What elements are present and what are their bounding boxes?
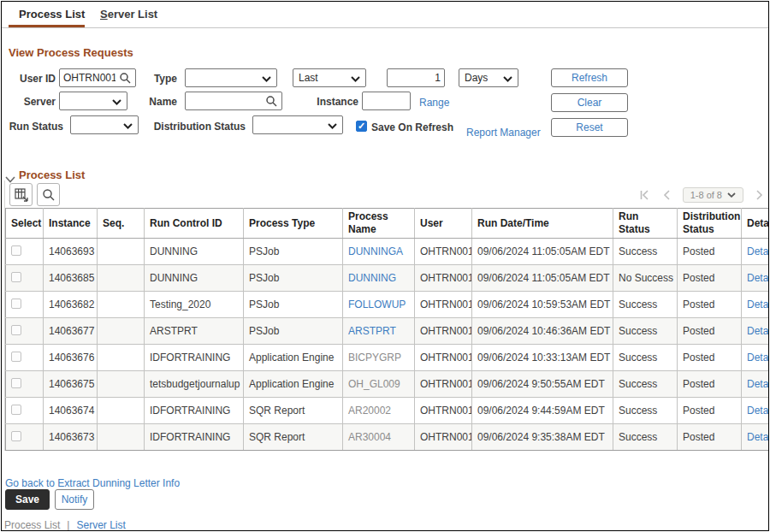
- table-row: 14063675 tetsbudgetjournalup Application…: [6, 371, 770, 398]
- clear-button[interactable]: Clear: [551, 93, 628, 112]
- details-link[interactable]: Details: [747, 299, 769, 310]
- grid-container: 1-8 of 8 Select Instance Seq. Run Contro…: [4, 180, 769, 451]
- cell-process-type: PSJob: [244, 292, 343, 318]
- cell-run-control-id: IDFORTRAINING: [145, 398, 244, 424]
- details-link[interactable]: Details: [747, 378, 769, 390]
- tab-process-list[interactable]: Process List: [19, 8, 85, 21]
- last-select[interactable]: Last: [293, 68, 366, 87]
- cell-distribution-status: Posted: [678, 318, 742, 345]
- cell-distribution-status: Posted: [678, 371, 742, 398]
- type-select[interactable]: [185, 68, 277, 87]
- cell-run-status: Success: [613, 345, 678, 371]
- col-header-run-status: Run Status: [613, 209, 678, 239]
- grid-action-menu-icon: [15, 188, 28, 202]
- first-page-icon[interactable]: [640, 190, 651, 200]
- save-button[interactable]: Save: [5, 489, 50, 510]
- table-row: 14063685 DUNNING PSJob DUNNING OHTRN001 …: [6, 265, 770, 292]
- process-name-link[interactable]: ARSTPRT: [348, 325, 396, 337]
- row-select-checkbox[interactable]: [11, 378, 21, 388]
- distribution-status-select[interactable]: [252, 115, 343, 134]
- details-link[interactable]: Details: [747, 325, 769, 337]
- cell-distribution-status: Posted: [678, 265, 742, 292]
- col-header-process-name: Process Name: [343, 209, 415, 239]
- report-manager-link[interactable]: Report Manager: [466, 127, 541, 139]
- row-select-checkbox[interactable]: [11, 245, 21, 256]
- row-select-checkbox[interactable]: [11, 272, 21, 282]
- cell-user: OHTRN001: [415, 265, 472, 292]
- grid-section-title[interactable]: Process List: [19, 168, 85, 181]
- process-name-link[interactable]: DUNNING: [348, 272, 396, 284]
- chevron-down-icon: [328, 117, 337, 133]
- cell-instance: 14063685: [44, 265, 98, 292]
- row-select-checkbox[interactable]: [11, 352, 21, 362]
- cell-run-control-id: Testing_2020: [145, 292, 244, 318]
- cell-run-control-id: DUNNING: [145, 239, 244, 265]
- cell-seq: [98, 265, 145, 292]
- go-back-link[interactable]: Go back to Extract Dunning Letter Info: [5, 477, 180, 489]
- range-link[interactable]: Range: [419, 97, 449, 109]
- process-name-link[interactable]: DUNNINGA: [348, 245, 403, 257]
- cell-run-datetime: 09/06/2024 10:46:36AM EDT: [472, 318, 613, 345]
- details-link[interactable]: Details: [747, 431, 769, 443]
- footer-server-list-link[interactable]: Server List: [76, 519, 125, 531]
- save-on-refresh-checkbox[interactable]: [356, 121, 367, 132]
- cell-user: OHTRN001: [415, 371, 472, 398]
- prev-page-icon[interactable]: [663, 190, 671, 200]
- tab-server-list[interactable]: Server List: [100, 8, 157, 21]
- process-name-text: BICPYGRP: [348, 352, 401, 364]
- tab-server-list-accesskey: S: [100, 8, 108, 21]
- last-count-input[interactable]: [388, 69, 444, 86]
- page-range-select[interactable]: 1-8 of 8: [683, 187, 743, 203]
- cell-run-control-id: tetsbudgetjournalup: [145, 371, 244, 398]
- user-id-input[interactable]: [60, 69, 119, 86]
- col-header-seq: Seq.: [98, 209, 145, 239]
- cell-instance: 14063693: [44, 239, 98, 265]
- notify-button[interactable]: Notify: [55, 489, 94, 510]
- grid-action-menu-button[interactable]: [9, 183, 33, 206]
- cell-seq: [98, 371, 145, 398]
- cell-seq: [98, 292, 145, 318]
- grid-search-button[interactable]: [37, 183, 60, 206]
- details-link[interactable]: Details: [747, 272, 769, 284]
- cell-run-status: Success: [613, 239, 678, 265]
- table-row: 14063682 Testing_2020 PSJob FOLLOWUP OHT…: [6, 292, 770, 318]
- process-name-link[interactable]: FOLLOWUP: [348, 299, 406, 310]
- col-header-instance: Instance: [44, 209, 98, 239]
- name-input[interactable]: [186, 92, 265, 109]
- process-monitor-page: Process List Server List View Process Re…: [1, 1, 769, 531]
- type-label: Type: [121, 73, 177, 85]
- row-select-checkbox[interactable]: [11, 431, 21, 441]
- server-select[interactable]: [59, 92, 127, 110]
- refresh-button[interactable]: Refresh: [551, 68, 628, 87]
- cell-run-control-id: ARSTPRT: [145, 318, 244, 345]
- row-select-checkbox[interactable]: [11, 405, 21, 415]
- details-link[interactable]: Details: [747, 245, 769, 257]
- instance-input[interactable]: [363, 92, 410, 109]
- cell-user: OHTRN001: [415, 424, 472, 451]
- name-lookup-icon[interactable]: [265, 95, 277, 107]
- cell-instance: 14063676: [44, 345, 98, 371]
- table-row: 14063693 DUNNING PSJob DUNNINGA OHTRN001…: [6, 239, 770, 265]
- cell-process-type: PSJob: [244, 239, 343, 265]
- details-link[interactable]: Details: [747, 352, 769, 364]
- row-select-checkbox[interactable]: [11, 325, 21, 335]
- reset-button[interactable]: Reset: [551, 118, 628, 137]
- chevron-down-icon: [503, 70, 512, 86]
- cell-instance: 14063682: [44, 292, 98, 318]
- details-link[interactable]: Details: [747, 405, 769, 417]
- days-select[interactable]: Days: [459, 68, 518, 87]
- run-status-select[interactable]: [70, 115, 139, 134]
- col-header-process-type: Process Type: [244, 209, 343, 239]
- footer-separator: |: [67, 519, 69, 531]
- page-title: View Process Requests: [9, 46, 133, 59]
- name-label: Name: [121, 96, 177, 108]
- search-icon: [42, 188, 55, 201]
- process-list-table: Select Instance Seq. Run Control ID Proc…: [5, 208, 769, 451]
- next-page-icon[interactable]: [755, 190, 763, 200]
- col-header-details: Details: [742, 209, 770, 239]
- cell-instance: 14063677: [44, 318, 98, 345]
- cell-distribution-status: Posted: [678, 424, 742, 451]
- row-select-checkbox[interactable]: [11, 299, 21, 309]
- tab-server-list-rest: erver List: [108, 8, 158, 21]
- cell-seq: [98, 424, 145, 451]
